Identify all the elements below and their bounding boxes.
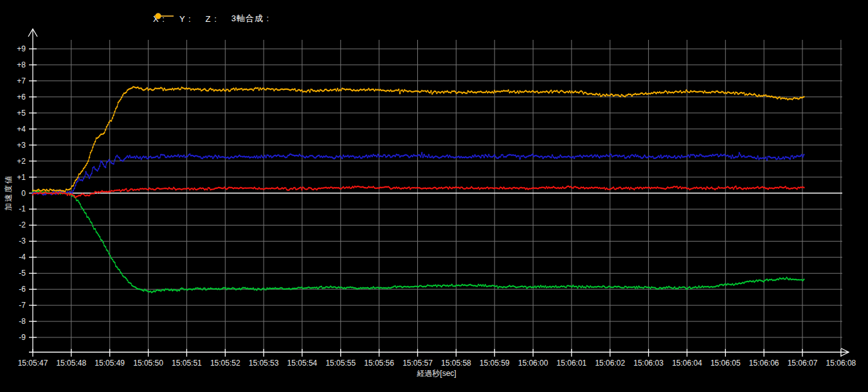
svg-text:15:06:07: 15:06:07 <box>788 359 818 368</box>
svg-text:+8: +8 <box>17 60 26 69</box>
x-axis-title: 経過秒[sec] <box>417 368 456 379</box>
svg-text:15:05:53: 15:05:53 <box>249 359 279 368</box>
svg-text:+7: +7 <box>17 76 26 85</box>
svg-text:15:05:51: 15:05:51 <box>172 359 202 368</box>
svg-text:-8: -8 <box>19 317 26 326</box>
svg-text:0: 0 <box>21 189 26 198</box>
svg-text:15:06:00: 15:06:00 <box>518 359 548 368</box>
series-3軸合成 <box>32 86 805 192</box>
svg-text:-5: -5 <box>19 269 26 278</box>
svg-text:+5: +5 <box>17 109 26 118</box>
svg-text:-6: -6 <box>19 285 26 294</box>
legend-label-y: Y : <box>179 14 192 24</box>
svg-text:-9: -9 <box>19 333 26 342</box>
svg-text:+4: +4 <box>17 125 26 134</box>
svg-text:15:06:05: 15:06:05 <box>710 359 741 368</box>
legend-item-z: Z : <box>206 14 217 24</box>
acceleration-chart: +9+8+7+6+5+4+3+2+10-1-2-3-4-5-6-7-8-915:… <box>0 0 868 392</box>
chart-legend: X : Y : Z : 3軸合成 : <box>153 13 269 24</box>
svg-text:-4: -4 <box>19 253 26 262</box>
legend-label-composite: 3軸合成 : <box>231 13 269 24</box>
svg-text:15:05:50: 15:05:50 <box>133 359 163 368</box>
svg-text:15:05:52: 15:05:52 <box>210 359 240 368</box>
svg-text:15:05:58: 15:05:58 <box>441 359 471 368</box>
legend-item-y: Y : <box>179 14 192 24</box>
svg-text:15:05:59: 15:05:59 <box>480 359 510 368</box>
legend-label-z: Z : <box>206 14 217 24</box>
svg-text:15:06:06: 15:06:06 <box>749 359 779 368</box>
svg-text:-2: -2 <box>19 220 26 229</box>
svg-text:15:05:48: 15:05:48 <box>56 359 86 368</box>
svg-text:15:05:54: 15:05:54 <box>287 359 318 368</box>
svg-text:15:06:03: 15:06:03 <box>633 359 664 368</box>
svg-text:-7: -7 <box>19 301 26 310</box>
svg-text:15:06:02: 15:06:02 <box>595 359 625 368</box>
series-X <box>32 185 805 198</box>
svg-text:+3: +3 <box>17 141 26 150</box>
y-axis-title: 加速度値 <box>3 175 14 211</box>
svg-text:+9: +9 <box>17 44 26 53</box>
svg-text:15:05:56: 15:05:56 <box>364 359 394 368</box>
legend-marker-composite-icon <box>153 13 175 19</box>
svg-text:+6: +6 <box>17 93 26 102</box>
svg-text:15:05:57: 15:05:57 <box>402 359 433 368</box>
svg-text:-1: -1 <box>19 204 26 213</box>
svg-text:15:05:55: 15:05:55 <box>325 359 356 368</box>
svg-text:-3: -3 <box>19 236 26 245</box>
svg-text:15:06:01: 15:06:01 <box>557 359 587 368</box>
svg-text:15:05:49: 15:05:49 <box>95 359 125 368</box>
plot-canvas: +9+8+7+6+5+4+3+2+10-1-2-3-4-5-6-7-8-915:… <box>0 0 868 392</box>
svg-text:+2: +2 <box>17 157 26 166</box>
series-Y <box>32 190 805 294</box>
svg-text:15:06:08: 15:06:08 <box>826 359 856 368</box>
legend-item-composite: 3軸合成 : <box>231 13 269 24</box>
svg-text:+1: +1 <box>17 173 26 182</box>
svg-text:15:06:04: 15:06:04 <box>672 359 702 368</box>
svg-text:15:05:47: 15:05:47 <box>18 359 48 368</box>
